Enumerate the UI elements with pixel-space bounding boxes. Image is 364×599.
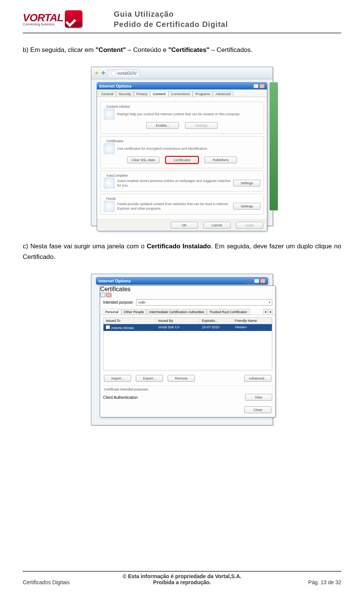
para-c-part1: c) Nesta fase vai surgir uma janela com … <box>23 243 147 250</box>
tab-general[interactable]: General <box>99 91 116 97</box>
tab-trusted-root[interactable]: Trusted Root Certificatior <box>207 309 250 315</box>
col-friendly-name[interactable]: Friendly Name <box>232 318 272 324</box>
favorites-star-icon[interactable]: ★ <box>94 70 99 76</box>
footer-rule <box>23 571 341 572</box>
row-expiration: 15-07-2010 <box>200 324 233 331</box>
chevron-down-icon: ▾ <box>269 301 270 304</box>
tab-advanced[interactable]: Advanced <box>213 91 233 97</box>
certificate-purposes-label: Certificate intended purposes <box>100 386 275 392</box>
page: VORTAL Connecting business. Guia Utiliza… <box>0 0 364 599</box>
tab-security[interactable]: Security <box>116 91 134 97</box>
certificates-button[interactable]: Certificates <box>166 157 198 163</box>
import-button[interactable]: Import... <box>104 375 131 382</box>
tab-scroll-right-icon[interactable]: ▸ <box>268 309 273 314</box>
settings-button[interactable]: Settings <box>185 122 218 129</box>
intended-purpose-label: Intended purpose: <box>103 300 134 304</box>
logo-block: VORTAL Connecting business. <box>23 8 106 30</box>
para-b-prefix: b) Em seguida, clicar em <box>23 46 96 53</box>
window-buttons <box>253 84 265 88</box>
autocomplete-settings-button[interactable]: Settings <box>233 180 260 187</box>
add-tab-icon[interactable]: ✚ <box>101 70 105 76</box>
row-issued-by: Vortal Sub CA <box>156 324 199 331</box>
certificates-tabs: Personal Other People Intermediate Certi… <box>100 307 275 315</box>
close-button-icon[interactable] <box>106 293 111 297</box>
logo-text-block: VORTAL Connecting business. <box>23 12 63 26</box>
browser-tab[interactable]: vortalGOV <box>108 69 140 77</box>
apply-button[interactable]: Apply <box>236 222 263 229</box>
screenshot-certificates: Internet Options nça Sir AQ A Vorta laçã… <box>91 274 273 425</box>
view-button[interactable]: View <box>245 394 272 401</box>
content-advisor-icon <box>104 108 115 120</box>
intended-purpose-row: Intended purpose: <All> ▾ <box>100 297 275 307</box>
export-button[interactable]: Export... <box>136 375 163 382</box>
intended-purpose-select[interactable]: <All> ▾ <box>136 299 272 306</box>
tab-scroll-left-icon[interactable]: ◂ <box>263 309 268 314</box>
tab-intermediate[interactable]: Intermediate Certification Authorities <box>147 309 207 315</box>
tab-connections[interactable]: Connections <box>168 91 193 97</box>
dialog-tabs: General Security Privacy Content Connect… <box>97 89 267 97</box>
legend-feeds: Feeds <box>105 197 117 201</box>
behind-title: Internet Options <box>99 279 131 283</box>
close-button[interactable]: Close <box>244 406 271 413</box>
certificate-purposes-value: Client Authentication <box>103 395 138 400</box>
dialog-title: Internet Options <box>99 84 132 88</box>
col-issued-to[interactable]: Issued To <box>104 318 156 324</box>
page-header: VORTAL Connecting business. Guia Utiliza… <box>23 8 341 33</box>
tab-programs[interactable]: Programs <box>193 91 213 97</box>
para-b-q1a: " <box>96 46 99 53</box>
footer-center: © Esta informação é propriedade da Vorta… <box>99 573 265 585</box>
legend-certificates: Certificates <box>105 139 124 143</box>
tab-content[interactable]: Content <box>150 91 168 97</box>
col-issued-by[interactable]: Issued By <box>156 318 199 324</box>
help-button-icon[interactable] <box>100 293 105 297</box>
cancel-button[interactable]: Cancel <box>203 222 231 229</box>
footer-left: Certificados Digitais <box>23 579 99 585</box>
help-button-icon[interactable] <box>253 84 259 88</box>
enable-button[interactable]: Enable... <box>146 122 179 129</box>
certificate-actions: Import... Export... Remove Advanced... <box>100 373 275 384</box>
certificates-list[interactable]: Issued To Issued By Expiratio... Friendl… <box>103 317 272 370</box>
certificate-row-selected[interactable]: Antonio Morais Vortal Sub CA 15-07-2010 … <box>104 324 272 331</box>
tab-privacy[interactable]: Privacy <box>134 91 151 97</box>
para-b-q2a: " <box>168 46 171 53</box>
advanced-button[interactable]: Advanced... <box>244 375 271 382</box>
footer-right: Pág. 13 de 32 <box>265 579 341 585</box>
internet-options-behind: Internet Options <box>96 277 268 285</box>
feeds-desc: Feeds provide updated content from websi… <box>117 202 231 211</box>
legend-autocomplete: AutoComplete <box>105 174 129 177</box>
browser-tabstrip: ★ ✚ vortalGOV <box>91 67 273 79</box>
publishers-button[interactable]: Publishers <box>204 157 237 163</box>
autocomplete-icon <box>104 177 115 189</box>
para-b-sep1: – Conteúdo e <box>126 46 168 53</box>
col-expiration[interactable]: Expiratio... <box>199 318 232 324</box>
paragraph-b: b) Em seguida, clicar em "Content" – Con… <box>23 45 341 55</box>
tab-other-people[interactable]: Other People <box>121 309 147 315</box>
remove-button[interactable]: Remove <box>168 375 195 382</box>
screenshot-internet-options: ★ ✚ vortalGOV Internet Options General S… <box>91 67 273 226</box>
footer-center-1: © Esta informação é propriedade da Vorta… <box>99 573 265 579</box>
group-feeds: Feeds Feeds provide updated content from… <box>100 194 264 215</box>
tab-favicon-icon <box>111 71 116 75</box>
group-autocomplete: AutoComplete AutoComplete stores previou… <box>100 171 264 191</box>
para-b-w1: Content <box>99 46 123 53</box>
tab-scroll-buttons: ◂ ▸ <box>263 309 273 315</box>
content-advisor-desc: Ratings help you control the Internet co… <box>117 112 240 116</box>
internet-options-dialog: Internet Options General Security Privac… <box>97 82 267 231</box>
certificates-icon <box>104 143 115 154</box>
ok-button[interactable]: OK <box>171 222 198 229</box>
clear-ssl-button[interactable]: Clear SSL state <box>127 157 160 163</box>
feeds-settings-button[interactable]: Settings <box>233 203 260 210</box>
feeds-icon <box>104 201 115 212</box>
autocomplete-desc: AutoComplete stores previous entries on … <box>117 179 231 188</box>
intended-purpose-value: <All> <box>138 301 146 304</box>
tab-personal[interactable]: Personal <box>102 309 121 315</box>
para-c-bold: Certificado Instalado <box>147 243 211 250</box>
close-button-icon[interactable] <box>259 84 265 88</box>
certificate-icon <box>106 325 110 329</box>
certificates-dialog: Certificates Intended purpose: <All> ▾ P… <box>100 285 276 417</box>
side-l0: nça Sir <box>245 281 277 286</box>
background-green-strip <box>270 82 278 210</box>
certificates-desc: Use certificates for encrypted connectio… <box>117 146 208 151</box>
browser-tab-label: vortalGOV <box>117 71 136 75</box>
paragraph-c: c) Nesta fase vai surgir uma janela com … <box>23 241 341 262</box>
